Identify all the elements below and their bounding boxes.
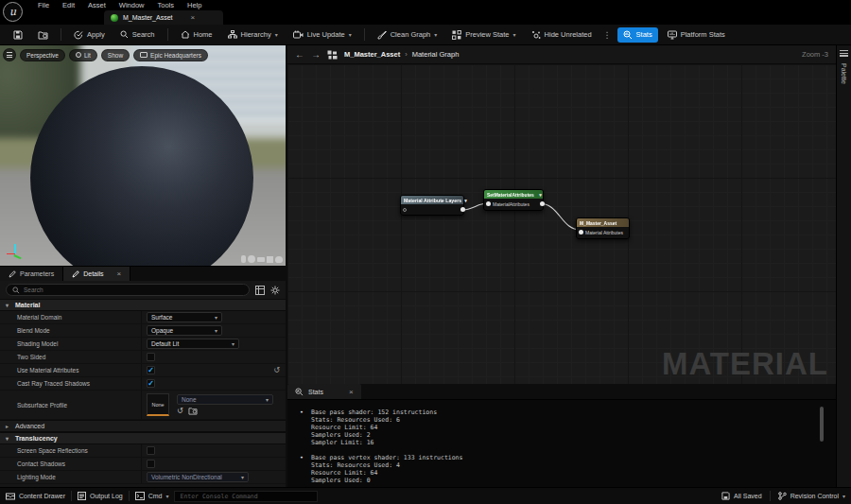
input-pin[interactable] xyxy=(486,201,491,206)
node-material-attribute-layers[interactable]: Material Attribute Layers ▾ xyxy=(400,195,464,216)
row-subsurface-profile: Subsurface Profile None None▾ ↺ xyxy=(0,391,286,420)
menu-edit[interactable]: Edit xyxy=(57,1,80,9)
shading-model-select[interactable]: Default Lit▾ xyxy=(147,339,239,349)
content-drawer-button[interactable]: Content Drawer xyxy=(6,492,65,500)
node-set-material-attributes[interactable]: SetMaterialAttributes ▾ MaterialAttribut… xyxy=(483,189,544,211)
palette-tab[interactable]: Palette xyxy=(841,63,847,84)
sphere-mesh-icon[interactable] xyxy=(248,255,255,263)
tab-details[interactable]: Details × xyxy=(63,267,130,281)
back-icon[interactable]: ← xyxy=(295,50,304,60)
tab-close-icon[interactable]: × xyxy=(191,13,196,22)
cmd-button[interactable]: Cmd ▾ xyxy=(135,492,169,500)
perspective-button[interactable]: Perspective xyxy=(20,49,65,61)
chevron-down-icon: ▾ xyxy=(6,435,11,442)
search-icon xyxy=(120,30,129,39)
output-log-button[interactable]: Output Log xyxy=(78,492,123,500)
use-selected-asset-icon[interactable]: ↺ xyxy=(177,407,183,415)
section-translucency[interactable]: ▾ Translucency xyxy=(0,432,286,444)
gear-icon[interactable] xyxy=(270,286,280,295)
input-pin[interactable] xyxy=(579,230,583,235)
menu-tools[interactable]: Tools xyxy=(151,1,180,9)
palette-list-icon[interactable] xyxy=(840,50,848,57)
details-search-row: Search xyxy=(0,281,286,299)
material-domain-select[interactable]: Surface▾ xyxy=(147,312,222,322)
unreal-logo[interactable]: u xyxy=(3,2,23,22)
console-command-input[interactable]: Enter Console Command xyxy=(174,491,318,502)
home-icon xyxy=(181,30,190,39)
toolbar-overflow-icon[interactable]: ⋮ xyxy=(601,30,614,40)
lighting-mode-select[interactable]: Volumetric NonDirectional▾ xyxy=(147,472,249,482)
hierarchy-button[interactable]: Hierarchy▾ xyxy=(222,27,284,42)
menu-help[interactable]: Help xyxy=(182,1,207,9)
plane-mesh-icon[interactable] xyxy=(257,257,265,262)
chevron-down-icon[interactable]: ▾ xyxy=(539,192,542,198)
breadcrumb-page: Material Graph xyxy=(412,50,460,59)
chevron-down-icon: ▾ xyxy=(232,340,234,347)
node-m-master-asset-result[interactable]: M_Master_Asset Material Attributes xyxy=(576,217,630,239)
chevron-down-icon[interactable]: ▾ xyxy=(464,198,467,203)
environment-button[interactable]: Epic Headquarters xyxy=(133,49,208,61)
cube-mesh-icon[interactable] xyxy=(267,256,273,263)
viewport-menu-icon[interactable] xyxy=(3,48,16,61)
custom-mesh-icon[interactable] xyxy=(275,256,283,263)
home-button[interactable]: Home xyxy=(175,27,218,42)
screen-space-reflections-checkbox[interactable] xyxy=(147,446,155,455)
two-sided-checkbox[interactable] xyxy=(147,353,155,361)
contact-shadows-checkbox[interactable] xyxy=(147,460,155,468)
stats-button[interactable]: Stats xyxy=(617,27,658,43)
forward-icon[interactable]: → xyxy=(311,50,321,60)
graph-canvas[interactable]: Material Attribute Layers ▾ SetMaterialA… xyxy=(287,64,836,384)
reset-to-default-icon[interactable]: ↺ xyxy=(273,366,280,374)
subsurface-profile-select[interactable]: None▾ xyxy=(177,394,273,405)
preview-viewport[interactable]: Perspective Lit Show Epic Headquarters xyxy=(0,45,286,266)
graph-toolbar: ← → M_Master_Asset › Material Graph Zoom… xyxy=(287,45,836,64)
search-button[interactable]: Search xyxy=(114,27,161,42)
axis-gizmo xyxy=(7,241,24,258)
menu-asset[interactable]: Asset xyxy=(82,1,112,9)
chevron-right-icon: ▸ xyxy=(6,423,11,429)
output-pin[interactable] xyxy=(460,207,465,212)
toolbar-separator xyxy=(61,28,61,41)
section-advanced[interactable]: ▸ Advanced xyxy=(0,420,286,432)
graph-tiles-icon[interactable] xyxy=(327,50,338,60)
show-button[interactable]: Show xyxy=(101,49,130,61)
chevron-down-icon: ▾ xyxy=(215,327,217,334)
blend-mode-select[interactable]: Opaque▾ xyxy=(147,325,222,336)
tab-stats[interactable]: Stats × xyxy=(287,384,361,399)
browse-to-asset-button[interactable] xyxy=(32,27,54,43)
preview-state-button[interactable]: Preview State▾ xyxy=(446,27,521,43)
stats-scrollbar[interactable] xyxy=(820,407,824,442)
viewport-toolbar: Perspective Lit Show Epic Headquarters xyxy=(3,48,208,61)
breadcrumb: M_Master_Asset › Material Graph xyxy=(344,50,459,59)
breadcrumb-asset[interactable]: M_Master_Asset xyxy=(344,50,400,59)
save-button[interactable] xyxy=(8,27,28,43)
search-input[interactable]: Search xyxy=(6,284,250,296)
browse-folder-icon[interactable] xyxy=(188,407,198,415)
tab-parameters[interactable]: Parameters xyxy=(0,267,63,281)
tab-m-master-asset[interactable]: M_Master_Asset × xyxy=(104,10,223,25)
chevron-down-icon: ▾ xyxy=(434,31,437,38)
live-update-button[interactable]: Live Update▾ xyxy=(287,27,357,42)
platform-stats-button[interactable]: Platform Stats xyxy=(662,27,731,43)
clean-graph-button[interactable]: Clean Graph▾ xyxy=(372,27,443,43)
cast-ray-traced-shadows-checkbox[interactable]: ✓ xyxy=(147,379,155,388)
use-material-attributes-checkbox[interactable]: ✓ xyxy=(147,366,155,374)
subsurface-profile-thumbnail[interactable]: None xyxy=(147,393,169,416)
chevron-down-icon: ▾ xyxy=(349,31,352,38)
tab-close-icon[interactable]: × xyxy=(349,388,354,396)
chevron-down-icon: ▾ xyxy=(6,302,11,308)
apply-check-icon xyxy=(74,30,83,40)
hide-unrelated-button[interactable]: Hide Unrelated xyxy=(526,27,598,43)
apply-button[interactable]: Apply xyxy=(68,27,111,43)
section-material[interactable]: ▾ Material xyxy=(0,299,286,311)
cylinder-mesh-icon[interactable] xyxy=(241,255,246,263)
all-saved-button[interactable]: All Saved xyxy=(721,492,762,500)
display-filter-icon[interactable] xyxy=(255,286,265,295)
input-pin[interactable] xyxy=(403,208,407,212)
output-pin[interactable] xyxy=(540,201,545,206)
lit-mode-button[interactable]: Lit xyxy=(69,49,97,61)
revision-control-button[interactable]: Revision Control ▾ xyxy=(778,492,845,500)
menu-file[interactable]: File xyxy=(32,1,55,9)
tab-close-icon[interactable]: × xyxy=(117,269,122,278)
menu-window[interactable]: Window xyxy=(113,1,150,9)
